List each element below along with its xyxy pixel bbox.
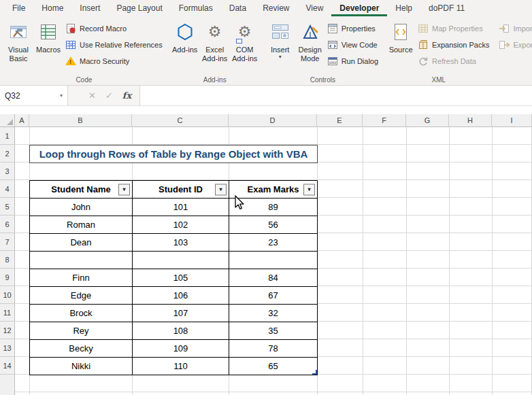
excel-addins-button[interactable]: ⚙ Excel Add-ins xyxy=(200,18,230,74)
tab-review[interactable]: Review xyxy=(254,0,297,16)
tab-insert[interactable]: Insert xyxy=(71,0,108,16)
column-header-a[interactable]: A xyxy=(15,114,29,127)
student-name-cell[interactable]: Nikki xyxy=(30,358,133,375)
tab-help[interactable]: Help xyxy=(387,0,420,16)
filter-caret-icon: ▾ xyxy=(219,187,222,192)
student-name-cell[interactable]: Dean xyxy=(30,234,133,252)
design-mode-button[interactable]: Design Mode xyxy=(295,18,325,74)
exam-marks-cell[interactable]: 67 xyxy=(229,287,318,305)
student-name-cell[interactable] xyxy=(30,252,133,269)
student-id-cell[interactable]: 107 xyxy=(133,305,229,322)
name-box-dropdown-icon[interactable]: ▾ xyxy=(60,92,63,99)
insert-function-icon[interactable]: fx xyxy=(122,91,131,100)
tab-page-layout[interactable]: Page Layout xyxy=(108,0,170,16)
run-dialog-button[interactable]: Run Dialog xyxy=(325,55,380,67)
column-header-h[interactable]: H xyxy=(449,114,492,127)
table-resize-handle[interactable] xyxy=(312,370,317,375)
column-header-c[interactable]: C xyxy=(132,114,229,127)
row-header-7[interactable]: 7 xyxy=(0,233,15,251)
record-macro-button[interactable]: Record Macro xyxy=(63,22,165,34)
header-cell-student-name[interactable]: Student Name ▾ xyxy=(30,181,133,199)
student-id-cell[interactable]: 110 xyxy=(133,358,229,375)
row-header-8[interactable]: 8 xyxy=(0,251,15,269)
student-id-cell[interactable] xyxy=(133,252,229,269)
student-name-cell[interactable]: Roman xyxy=(30,216,133,234)
office-addins-button[interactable]: Add-ins xyxy=(170,18,200,74)
worksheet: A B C D E F G H I 1 2 3 4 5 6 7 8 9 10 1… xyxy=(0,114,532,395)
table-row: Finn 105 84 xyxy=(30,269,318,287)
header-cell-exam-marks[interactable]: Exam Marks ▾ xyxy=(229,181,318,199)
row-header-1[interactable]: 1 xyxy=(0,127,15,145)
tab-dopdf[interactable]: doPDF 11 xyxy=(420,0,473,16)
tab-developer[interactable]: Developer xyxy=(331,0,387,16)
row-header-12[interactable]: 12 xyxy=(0,322,15,339)
row-header-4[interactable]: 4 xyxy=(0,180,15,198)
name-box[interactable]: Q32 ▾ xyxy=(0,86,68,105)
column-header-g[interactable]: G xyxy=(406,114,449,127)
student-name-cell[interactable]: Becky xyxy=(30,340,133,358)
exam-marks-cell[interactable]: 84 xyxy=(229,269,318,287)
exam-marks-cell[interactable]: 23 xyxy=(229,234,318,252)
filter-button-student-name[interactable]: ▾ xyxy=(118,184,130,195)
student-name-cell[interactable]: Finn xyxy=(30,269,133,287)
tab-view[interactable]: View xyxy=(298,0,332,16)
row-header-6[interactable]: 6 xyxy=(0,216,15,233)
macros-button[interactable]: Macros xyxy=(33,18,63,74)
row-headers: 1 2 3 4 5 6 7 8 9 10 11 12 13 14 xyxy=(0,127,15,395)
view-code-button[interactable]: View Code xyxy=(325,39,380,50)
row-header-5[interactable]: 5 xyxy=(0,198,15,216)
filter-button-exam-marks[interactable]: ▾ xyxy=(303,184,315,195)
exam-marks-cell[interactable] xyxy=(229,252,318,269)
student-name-cell[interactable]: Edge xyxy=(30,287,133,305)
student-name-cell[interactable]: John xyxy=(30,199,133,216)
exam-marks-cell[interactable]: 35 xyxy=(229,322,318,340)
row-header-2[interactable]: 2 xyxy=(0,145,15,162)
exam-marks-cell[interactable]: 78 xyxy=(229,340,318,358)
student-name-cell[interactable]: Rey xyxy=(30,322,133,340)
select-all-corner[interactable] xyxy=(0,114,15,127)
tab-file[interactable]: File xyxy=(4,0,33,16)
exam-marks-cell[interactable]: 65 xyxy=(229,358,318,375)
student-id-cell[interactable]: 109 xyxy=(133,340,229,358)
map-properties-icon xyxy=(418,23,429,34)
tab-home[interactable]: Home xyxy=(33,0,71,16)
student-id-cell[interactable]: 102 xyxy=(133,216,229,234)
tab-data[interactable]: Data xyxy=(221,0,254,16)
map-properties-button: Map Properties xyxy=(416,22,491,34)
student-id-cell[interactable]: 103 xyxy=(133,234,229,252)
tab-formulas[interactable]: Formulas xyxy=(171,0,221,16)
column-header-i[interactable]: I xyxy=(492,114,532,127)
row-header-11[interactable]: 11 xyxy=(0,304,15,322)
column-header-e[interactable]: E xyxy=(317,114,363,127)
exam-marks-cell[interactable]: 32 xyxy=(229,305,318,322)
title-cell[interactable]: Loop through Rows of Table by Range Obje… xyxy=(29,145,318,163)
header-cell-student-id[interactable]: Student ID ▾ xyxy=(133,181,229,199)
exam-marks-cell[interactable]: 89 xyxy=(229,199,318,216)
student-id-cell[interactable]: 105 xyxy=(133,269,229,287)
column-header-d[interactable]: D xyxy=(229,114,317,127)
properties-button[interactable]: Properties xyxy=(325,22,380,34)
row-header-9[interactable]: 9 xyxy=(0,269,15,286)
row-header-3[interactable]: 3 xyxy=(0,162,15,180)
filter-button-student-id[interactable]: ▾ xyxy=(215,184,227,195)
student-id-cell[interactable]: 108 xyxy=(133,322,229,340)
xml-source-button[interactable]: Source xyxy=(386,18,416,74)
student-name-cell[interactable]: Brock xyxy=(30,305,133,322)
formula-input[interactable] xyxy=(140,86,532,105)
cancel-icon: ✕ xyxy=(88,91,96,100)
student-id-cell[interactable]: 101 xyxy=(133,199,229,216)
row-header-10[interactable]: 10 xyxy=(0,286,15,304)
macro-security-button[interactable]: ! Macro Security xyxy=(63,55,165,67)
visual-basic-button[interactable]: Visual Basic xyxy=(3,18,33,74)
row-header-partial[interactable] xyxy=(0,375,15,395)
use-relative-references-button[interactable]: Use Relative References xyxy=(63,39,165,50)
row-header-14[interactable]: 14 xyxy=(0,357,15,375)
com-addins-button[interactable]: ⚙ COM Add-ins xyxy=(230,18,260,74)
insert-controls-button[interactable]: Insert ▾ xyxy=(265,18,295,74)
student-id-cell[interactable]: 106 xyxy=(133,287,229,305)
column-header-f[interactable]: F xyxy=(363,114,406,127)
row-header-13[interactable]: 13 xyxy=(0,339,15,357)
exam-marks-cell[interactable]: 56 xyxy=(229,216,318,234)
column-header-b[interactable]: B xyxy=(29,114,132,127)
expansion-packs-button[interactable]: Expansion Packs xyxy=(416,39,491,50)
